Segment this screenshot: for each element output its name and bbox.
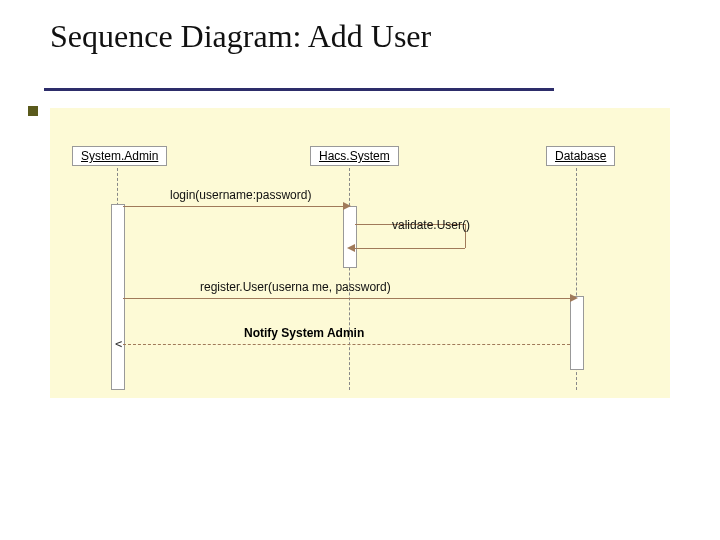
arrowhead-icon bbox=[343, 202, 351, 210]
message-login: login(username:password) bbox=[170, 188, 311, 202]
participant-hacs-system: Hacs.System bbox=[310, 146, 399, 166]
message-register: register.User(userna me, password) bbox=[200, 280, 391, 294]
participant-system-admin: System.Admin bbox=[72, 146, 167, 166]
activation-system-admin bbox=[111, 204, 125, 390]
title-underline bbox=[44, 88, 554, 91]
arrow-notify bbox=[123, 344, 570, 345]
participant-database: Database bbox=[546, 146, 615, 166]
message-notify: Notify System Admin bbox=[244, 326, 364, 340]
arrow-register bbox=[123, 298, 570, 299]
activation-hacs-system bbox=[343, 206, 357, 268]
arrowhead-icon bbox=[570, 294, 578, 302]
page-title: Sequence Diagram: Add User bbox=[50, 18, 431, 55]
arrowhead-open-icon: < bbox=[115, 337, 122, 351]
arrowhead-icon bbox=[347, 244, 355, 252]
bullet-icon bbox=[28, 106, 38, 116]
message-validate: validate.User() bbox=[392, 218, 470, 232]
arrow-login bbox=[123, 206, 343, 207]
slide: Sequence Diagram: Add User System.Admin … bbox=[0, 0, 720, 540]
arrow-validate-back bbox=[355, 248, 465, 249]
activation-database bbox=[570, 296, 584, 370]
